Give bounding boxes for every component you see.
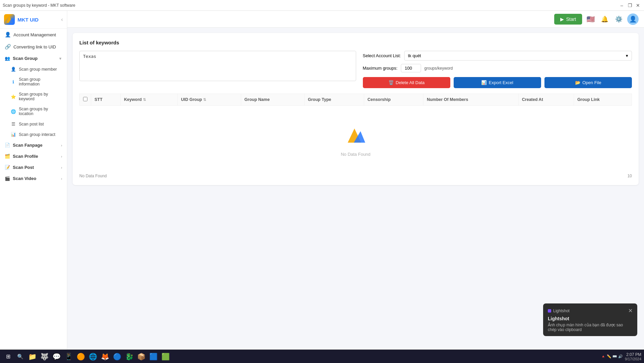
close-button[interactable]: ✕ bbox=[635, 2, 641, 9]
sidebar-section-label: Scan Video bbox=[13, 176, 36, 181]
taskbar-app-5[interactable]: 🟠 bbox=[75, 351, 86, 362]
max-groups-label: Maximum groups: bbox=[363, 66, 397, 71]
taskbar-time: 2:07 PM bbox=[625, 352, 641, 357]
sidebar-sub-label: Scan group information bbox=[19, 77, 62, 86]
censorship-label: Censorship bbox=[368, 97, 391, 102]
logo-text: MKT UID bbox=[17, 17, 39, 23]
notification-button[interactable]: 🔔 bbox=[599, 13, 610, 25]
lightshot-app-name: Lightshot bbox=[553, 308, 570, 313]
taskbar-app-4[interactable]: 📱 bbox=[63, 351, 74, 362]
sidebar-sub-label: Scan group interact bbox=[19, 132, 55, 137]
group-type-label: Group Type bbox=[308, 97, 331, 102]
sidebar-sub-label: Scan group member bbox=[19, 67, 57, 72]
account-list-row: Select Account List: tk quét ▾ bbox=[363, 51, 632, 61]
taskbar-search-icon: 🔍 bbox=[17, 354, 24, 360]
taskbar-app-chrome[interactable]: 🌐 bbox=[87, 351, 98, 362]
sidebar: MKT UID ‹ 👤 Account Management 🔗 Convert… bbox=[0, 11, 67, 350]
sidebar-item-scan-groups-by-location[interactable]: 🌐 Scan groups by location bbox=[0, 104, 67, 119]
export-excel-button[interactable]: 📊 Export Excel bbox=[454, 77, 541, 88]
col-group-name: Group Name bbox=[241, 94, 304, 106]
sidebar-item-scan-group-member[interactable]: 👤 Scan group member bbox=[0, 64, 67, 74]
sidebar-item-scan-profile[interactable]: 🗂️ Scan Profile › bbox=[0, 151, 67, 162]
delete-icon: 🗑️ bbox=[388, 80, 394, 85]
sidebar-item-account-management[interactable]: 👤 Account Management bbox=[0, 29, 67, 41]
keyword-label: Keyword bbox=[124, 97, 142, 102]
flag-icon: 🇺🇸 bbox=[586, 15, 595, 23]
maximize-button[interactable]: ❐ bbox=[627, 2, 633, 9]
taskbar-search-button[interactable]: 🔍 bbox=[15, 351, 26, 362]
avatar[interactable]: 👤 bbox=[627, 13, 639, 25]
table-footer: No Data Found 10 bbox=[79, 174, 632, 178]
taskbar-start-button[interactable]: ⊞ bbox=[3, 351, 13, 362]
export-button-label: Export Excel bbox=[489, 80, 513, 85]
empty-row: No Data Found bbox=[80, 106, 632, 171]
sidebar-item-scan-post-list[interactable]: ☰ Scan post list bbox=[0, 119, 67, 129]
sidebar-section-label: Scan Profile bbox=[13, 154, 38, 159]
sidebar-item-scan-fanpage[interactable]: 📄 Scan Fanpage › bbox=[0, 140, 67, 151]
col-created-at: Created At bbox=[519, 94, 574, 106]
scan-post-list-icon: ☰ bbox=[11, 121, 16, 126]
sidebar-item-scan-post[interactable]: 📝 Scan Post › bbox=[0, 162, 67, 173]
account-select-dropdown[interactable]: tk quét ▾ bbox=[404, 51, 632, 61]
flag-button[interactable]: 🇺🇸 bbox=[585, 13, 596, 25]
no-data-text: No Data Found bbox=[341, 152, 370, 157]
no-data-icon bbox=[345, 126, 367, 148]
sidebar-item-scan-groups-by-keyword[interactable]: ⭐ Scan groups by keyword bbox=[0, 89, 67, 104]
action-buttons-row: 🗑️ Delete All Data 📊 Export Excel 📂 Open… bbox=[363, 77, 632, 88]
minimize-button[interactable]: – bbox=[618, 2, 625, 9]
taskbar-app-3[interactable]: 💬 bbox=[51, 351, 62, 362]
sidebar-item-scan-group-information[interactable]: ℹ Scan group information bbox=[0, 74, 67, 89]
taskbar-system-icons: 🔺 ✏️ ⌨️ 🔊 bbox=[601, 354, 623, 359]
sidebar-collapse-icon[interactable]: ‹ bbox=[61, 16, 63, 23]
sidebar-section-scan-group[interactable]: 👥 Scan Group ▼ bbox=[0, 53, 67, 64]
table-header: STT Keyword ⇅ UID Group ⇅ Gr bbox=[80, 94, 632, 106]
table-body: No Data Found bbox=[80, 106, 632, 171]
select-all-checkbox[interactable] bbox=[83, 97, 87, 101]
export-icon: 📊 bbox=[481, 80, 487, 85]
sidebar-item-converting-link[interactable]: 🔗 Converting link to UID bbox=[0, 41, 67, 53]
lightshot-message: Ảnh chụp màn hình của bạn đã được sao ch… bbox=[548, 323, 633, 332]
scan-profile-icon: 🗂️ bbox=[5, 154, 10, 159]
scan-profile-arrow-icon: › bbox=[61, 154, 62, 158]
scan-group-arrow-icon: ▼ bbox=[59, 57, 62, 61]
scan-group-member-icon: 👤 bbox=[11, 67, 16, 72]
uid-group-sort-icon[interactable]: ⇅ bbox=[203, 98, 206, 102]
scan-fanpage-arrow-icon: › bbox=[61, 143, 62, 147]
gear-icon: ⚙️ bbox=[615, 15, 622, 23]
start-play-icon: ▶ bbox=[560, 16, 564, 22]
taskbar-app-firefox[interactable]: 🦊 bbox=[100, 351, 110, 362]
taskbar-app-8[interactable]: 🔵 bbox=[112, 351, 122, 362]
taskbar-app-12[interactable]: 🟩 bbox=[160, 351, 171, 362]
taskbar-clock: 2:07 PM 9/17/2024 bbox=[625, 352, 641, 361]
scan-post-icon: 📝 bbox=[5, 165, 10, 170]
bell-icon: 🔔 bbox=[601, 15, 608, 23]
taskbar-app-9[interactable]: 🐉 bbox=[124, 351, 135, 362]
taskbar-app-10[interactable]: 📦 bbox=[136, 351, 147, 362]
lightshot-dot-icon bbox=[548, 309, 551, 313]
keyword-sort-icon[interactable]: ⇅ bbox=[143, 98, 146, 102]
keyword-textarea[interactable]: Texas bbox=[79, 51, 356, 81]
sidebar-item-scan-group-interact[interactable]: 📊 Scan group interact bbox=[0, 129, 67, 140]
taskbar-app-file-explorer[interactable]: 📁 bbox=[27, 351, 38, 362]
delete-button-label: Delete All Data bbox=[396, 80, 425, 85]
data-table: STT Keyword ⇅ UID Group ⇅ Gr bbox=[79, 94, 632, 170]
delete-all-data-button[interactable]: 🗑️ Delete All Data bbox=[363, 77, 450, 88]
lightshot-close-button[interactable]: ✕ bbox=[628, 307, 633, 314]
sidebar-sub-label: Scan groups by keyword bbox=[19, 92, 62, 101]
title-bar-title: Scan groups by keyword - MKT software bbox=[3, 3, 618, 8]
table-header-checkbox bbox=[80, 94, 91, 106]
group-name-label: Group Name bbox=[244, 97, 270, 102]
taskbar-app-2[interactable]: 🐺 bbox=[39, 351, 50, 362]
open-file-button[interactable]: 📂 Open File bbox=[544, 77, 632, 88]
scan-fanpage-icon: 📄 bbox=[5, 143, 10, 148]
settings-button[interactable]: ⚙️ bbox=[613, 13, 624, 25]
sidebar-item-scan-video[interactable]: 🎬 Scan Video › bbox=[0, 173, 67, 184]
scan-video-icon: 🎬 bbox=[5, 176, 10, 181]
account-list-label: Select Account List: bbox=[363, 53, 401, 58]
taskbar-app-11[interactable]: 🟦 bbox=[148, 351, 159, 362]
scan-video-arrow-icon: › bbox=[61, 177, 62, 181]
start-button-main[interactable]: ▶ Start bbox=[554, 14, 582, 25]
created-at-label: Created At bbox=[522, 97, 543, 102]
max-groups-input[interactable] bbox=[401, 64, 421, 72]
folder-icon: 📂 bbox=[575, 80, 580, 85]
